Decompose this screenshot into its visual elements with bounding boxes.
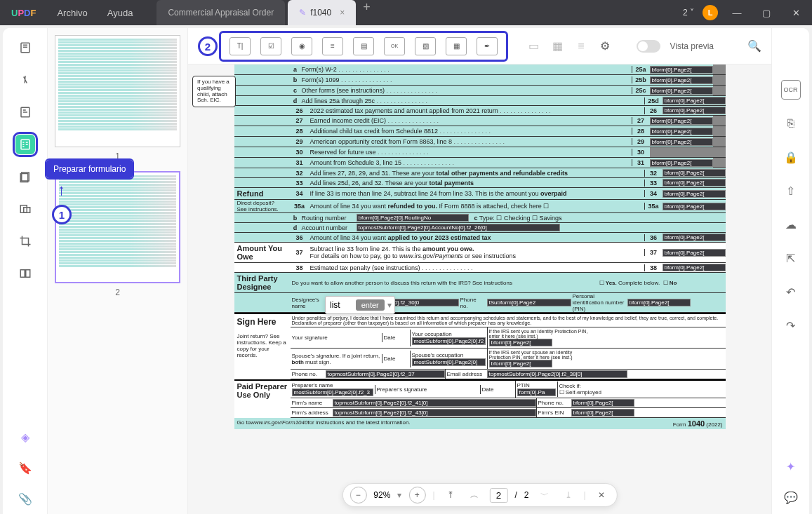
align-tool[interactable]: ▭	[524, 36, 543, 56]
bookmark-icon[interactable]: 🔖	[15, 458, 35, 478]
form-tools-group: T| ☑ ◉ ≡ ▤ OK ▧ ▦ ✒	[219, 31, 508, 62]
tooltip-prepare-form: Preparar formulario	[46, 160, 133, 178]
close-icon[interactable]: ×	[340, 8, 345, 18]
organize-icon[interactable]	[15, 167, 35, 187]
menu-file[interactable]: Archivo	[47, 8, 97, 18]
page-control-bar: − 92% ▾ + | ⤒ ︿ / 2 ﹀ ⤓ | ✕	[342, 483, 617, 507]
maximize-button[interactable]: ▢	[756, 8, 777, 18]
convert-icon[interactable]: ⎘	[781, 114, 801, 133]
checkbox-tool[interactable]: ☑	[260, 37, 281, 55]
layers-icon[interactable]: ◈	[15, 427, 35, 447]
annotation-badge-1: 1	[52, 205, 72, 224]
image-tool[interactable]: ▧	[415, 37, 436, 55]
edit-icon[interactable]	[15, 102, 35, 122]
date-tool[interactable]: ▦	[446, 37, 467, 55]
svg-rect-7	[20, 270, 25, 278]
zoom-level: 92%	[373, 490, 390, 500]
crop-icon[interactable]	[15, 231, 35, 251]
eic-callout: If you have a qualifying child, attach S…	[192, 76, 236, 107]
close-bar-button[interactable]: ✕	[593, 487, 610, 503]
cloud-icon[interactable]: ☁	[781, 215, 801, 234]
settings-tool[interactable]: ⚙	[595, 36, 615, 56]
comment-icon[interactable]	[15, 70, 35, 90]
list-tool[interactable]: ≡	[322, 37, 343, 55]
compare-icon[interactable]	[15, 264, 35, 283]
share-icon[interactable]: ⇧	[781, 181, 801, 201]
redo-icon[interactable]: ↷	[781, 316, 801, 335]
last-page-button[interactable]: ⤓	[560, 487, 577, 503]
next-page-button[interactable]: ﹀	[536, 487, 553, 503]
document-viewport[interactable]: If you have a qualifying child, attach S…	[188, 65, 771, 514]
pencil-icon: ✎	[299, 8, 306, 18]
ai-icon[interactable]: ✦	[781, 456, 801, 476]
chat-icon[interactable]: 💬	[781, 487, 801, 507]
export-icon[interactable]: ⇱	[781, 248, 801, 268]
undo-icon[interactable]: ↶	[781, 282, 801, 302]
ocr-icon[interactable]: OCR	[781, 80, 801, 100]
signature-tool[interactable]: ✒	[477, 37, 498, 55]
tab-f1040[interactable]: ✎ f1040 ×	[288, 0, 356, 25]
new-tab-button[interactable]: +	[356, 0, 378, 25]
count-badge: 2 ˅	[683, 8, 694, 18]
list-dropdown[interactable]: list enter ▾	[325, 296, 395, 314]
chevron-down-icon[interactable]: ▾	[387, 300, 392, 310]
protect-icon[interactable]: 🔒	[781, 147, 801, 167]
thumbnail-page-2[interactable]	[55, 171, 180, 283]
close-button[interactable]: ✕	[785, 8, 806, 18]
button-tool[interactable]: OK	[384, 37, 405, 55]
arrow-icon: ↑	[58, 181, 65, 199]
minimize-button[interactable]: —	[726, 8, 747, 18]
sidebar-right: OCR ⎘ 🔒 ⇧ ☁ ⇱ ↶ ↷ ✦ 💬	[771, 28, 809, 514]
zoom-out-button[interactable]: −	[350, 487, 366, 503]
svg-rect-8	[25, 270, 29, 278]
preview-label: Vista previa	[670, 41, 714, 51]
first-page-button[interactable]: ⤒	[442, 487, 459, 503]
prev-page-button[interactable]: ︿	[466, 487, 483, 503]
form-page: If you have a qualifying child, attach S…	[234, 65, 726, 429]
redact-icon[interactable]	[15, 199, 35, 219]
annotation-badge-2: 2	[198, 36, 218, 56]
attachment-icon[interactable]: 📎	[15, 489, 35, 508]
prepare-form-icon[interactable]	[15, 135, 35, 154]
menu-help[interactable]: Ayuda	[98, 8, 143, 18]
form-toolbar: T| ☑ ◉ ≡ ▤ OK ▧ ▦ ✒ ▭ ▦ ≡ ⚙ Vista previa…	[188, 28, 771, 65]
text-field-tool[interactable]: T|	[229, 37, 251, 55]
radio-tool[interactable]: ◉	[291, 37, 312, 55]
enter-button[interactable]: enter	[356, 299, 385, 311]
svg-rect-2	[21, 140, 29, 149]
titlebar: UPDF Archivo Ayuda Commercial Appraisal …	[0, 0, 812, 25]
app-logo: UPDF	[0, 8, 47, 18]
thumbnail-page-1[interactable]	[55, 35, 180, 147]
zoom-dropdown-icon[interactable]: ▾	[397, 490, 401, 500]
avatar[interactable]: L	[703, 5, 718, 20]
thumbnail-panel: 1 2	[48, 28, 188, 514]
reader-icon[interactable]	[15, 38, 35, 58]
sidebar-left: Preparar formulario ◈ 🔖 📎	[3, 28, 48, 514]
zoom-in-button[interactable]: +	[408, 487, 425, 503]
search-icon[interactable]: 🔍	[745, 36, 764, 56]
distribute-tool[interactable]: ≡	[571, 36, 591, 56]
page-total: 2	[524, 490, 529, 500]
grid-tool[interactable]: ▦	[547, 36, 567, 56]
combo-tool[interactable]: ▤	[353, 37, 374, 55]
thumb-label-2: 2	[55, 288, 180, 297]
page-input[interactable]	[490, 488, 508, 503]
preview-toggle[interactable]	[637, 40, 660, 53]
tab-commercial[interactable]: Commercial Appraisal Order	[157, 0, 285, 25]
